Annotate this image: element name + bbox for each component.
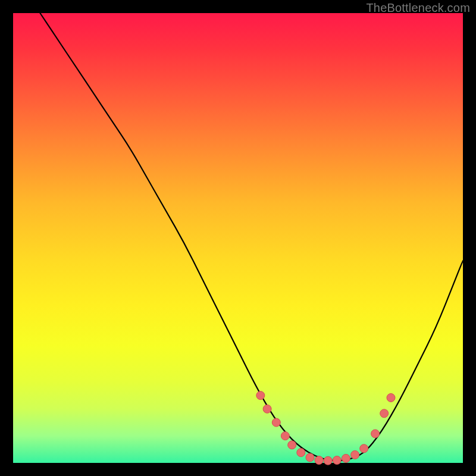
curve-marker	[288, 441, 296, 449]
curve-marker	[272, 418, 280, 427]
curve-marker	[351, 450, 359, 459]
curve-marker	[256, 392, 265, 400]
curve-marker	[371, 430, 380, 438]
curve-marker	[342, 454, 350, 462]
bottleneck-curve	[40, 13, 463, 461]
curve-marker	[306, 453, 314, 462]
chart-plot-area	[13, 13, 463, 463]
curve-marker	[324, 456, 332, 465]
curve-marker	[281, 432, 289, 440]
curve-marker	[315, 456, 323, 465]
chart-svg	[13, 13, 463, 463]
curve-marker	[380, 409, 389, 418]
curve-marker	[333, 456, 341, 465]
curve-marker	[387, 393, 395, 402]
curve-marker	[297, 449, 305, 457]
curve-marker	[360, 444, 368, 453]
curve-marker	[263, 405, 271, 413]
curve-marker-group	[256, 392, 395, 465]
